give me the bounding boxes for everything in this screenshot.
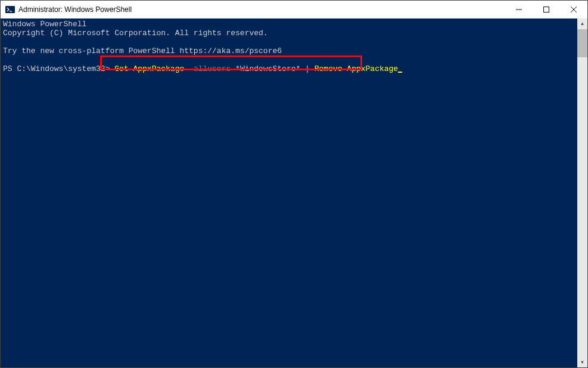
minimize-button[interactable]	[505, 1, 533, 18]
cursor	[398, 72, 402, 73]
terminal-body[interactable]: Windows PowerShell Copyright (C) Microso…	[1, 18, 587, 367]
scrollbar-down-arrow-icon[interactable]: ▼	[577, 357, 587, 367]
cmdlet-get-appxpackage: Get-AppxPackage	[114, 64, 184, 73]
powershell-icon	[5, 5, 15, 14]
param-windowsstore: *WindowsStore*	[231, 64, 305, 73]
header-line-3: Try the new cross-platform PowerShell ht…	[3, 47, 282, 55]
powershell-window: Administrator: Windows PowerShell Window…	[0, 0, 588, 368]
window-title: Administrator: Windows PowerShell	[18, 5, 505, 14]
scrollbar-track[interactable]: ▲ ▼	[577, 18, 587, 367]
pipe-operator: |	[305, 64, 310, 73]
header-line-2: Copyright (C) Microsoft Corporation. All…	[3, 29, 268, 38]
prompt: PS C:\Windows\system32>	[3, 64, 114, 73]
scrollbar-up-arrow-icon[interactable]: ▲	[577, 18, 587, 29]
cmdlet-remove-appxpackage: Remove-AppxPackage	[310, 64, 398, 73]
window-controls	[505, 1, 587, 18]
terminal-content[interactable]: Windows PowerShell Copyright (C) Microso…	[1, 18, 587, 75]
svg-rect-0	[5, 6, 15, 13]
param-allusers: -allusers	[184, 64, 231, 73]
maximize-button[interactable]	[533, 1, 560, 18]
svg-rect-3	[544, 7, 549, 13]
prompt-line: PS C:\Windows\system32> Get-AppxPackage …	[3, 64, 402, 73]
header-line-1: Windows PowerShell	[3, 20, 86, 29]
close-button[interactable]	[560, 1, 587, 18]
titlebar[interactable]: Administrator: Windows PowerShell	[1, 1, 587, 18]
scrollbar-thumb[interactable]	[577, 29, 587, 57]
